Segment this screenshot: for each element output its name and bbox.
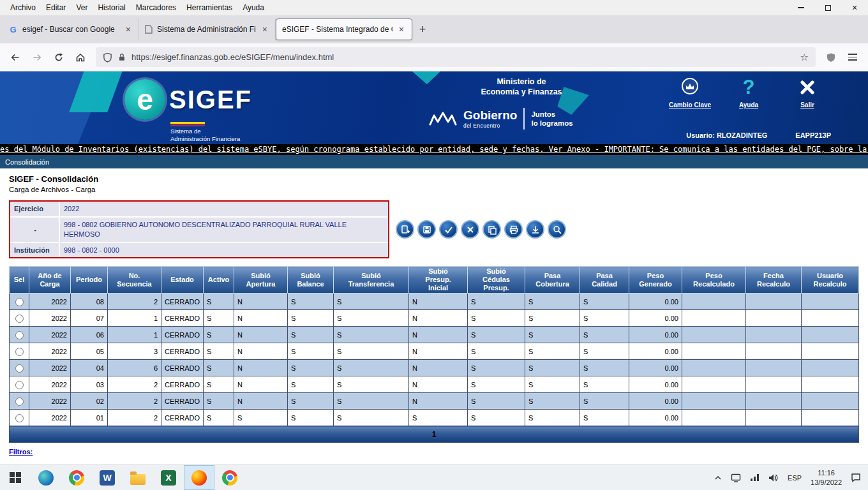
new-record-button[interactable] (396, 220, 414, 239)
table-cell: 2022 (29, 343, 71, 360)
tab-esigef-active[interactable]: eSIGEF - Sistema Integrado de Gesti × (276, 19, 412, 40)
table-cell: 2022 (29, 410, 71, 426)
table-cell: S (525, 310, 580, 327)
close-button[interactable]: × (841, 0, 868, 15)
menu-ver[interactable]: Ver (71, 3, 93, 12)
delete-icon (465, 225, 475, 235)
salir-label: Salir (800, 101, 814, 108)
salir-button[interactable]: Salir (786, 75, 828, 108)
network-icon (750, 473, 760, 482)
taskbar-app-explorer[interactable] (123, 465, 153, 490)
table-cell: S (204, 410, 234, 426)
table-cell (746, 343, 802, 360)
row-select-radio[interactable] (15, 315, 24, 323)
menu-archivo[interactable]: Archivo (5, 3, 41, 12)
param-row-institucion: Institución 998 - 0802 - 0000 (10, 243, 388, 258)
ministry-name: Ministerio de Economía y Finanzas (465, 77, 578, 98)
taskbar-app-chrome-2[interactable] (214, 465, 245, 490)
breadcrumb: Consolidación (0, 155, 868, 168)
breadcrumb-text: Consolidación (5, 158, 49, 166)
back-icon (10, 52, 20, 63)
print-button[interactable] (504, 220, 523, 239)
row-select-radio[interactable] (15, 381, 24, 389)
export-button[interactable] (526, 220, 544, 239)
header-actions: Cambio Clave ? Ayuda Salir (669, 75, 828, 108)
tray-display-button[interactable] (726, 465, 745, 490)
window-controls: × (788, 0, 868, 15)
menu-ayuda[interactable]: Ayuda (237, 3, 269, 12)
table-cell: S (580, 376, 629, 393)
forward-button[interactable] (27, 48, 47, 67)
col-header-estado: Estado (161, 267, 204, 293)
table-cell: S (204, 293, 234, 310)
menu-herramientas[interactable]: Herramientas (181, 3, 237, 12)
tab-close-icon[interactable]: × (124, 24, 133, 34)
row-select-cell (10, 327, 29, 343)
search-button[interactable] (548, 220, 566, 239)
news-marquee[interactable]: es del Módulo de Inventarios (existencia… (0, 144, 868, 155)
ayuda-button[interactable]: ? Ayuda (728, 75, 770, 108)
table-cell: 6 (108, 360, 161, 376)
row-select-radio[interactable] (15, 397, 24, 406)
minimize-button[interactable] (788, 0, 814, 15)
marquee-text[interactable]: es del Módulo de Inventarios (existencia… (0, 145, 868, 154)
start-button[interactable] (0, 465, 31, 490)
cambio-clave-button[interactable]: Cambio Clave (669, 75, 711, 108)
table-cell: 2022 (29, 293, 71, 310)
reload-button[interactable] (49, 48, 69, 67)
tray-volume-button[interactable] (764, 465, 783, 490)
col-header-activo: Activo (204, 267, 234, 293)
table-cell: 01 (71, 410, 108, 426)
bookmark-star-icon[interactable]: ☆ (800, 52, 809, 63)
question-icon: ? (743, 76, 755, 99)
keyboard-language-indicator[interactable]: ESP (783, 465, 806, 490)
maximize-button[interactable] (814, 0, 841, 15)
tray-expand-button[interactable] (710, 465, 726, 490)
taskbar-clock[interactable]: 11:16 13/9/2022 (806, 465, 846, 490)
row-select-cell (10, 343, 29, 360)
menu-marcadores[interactable]: Marcadores (131, 3, 181, 12)
tab-sistema-administracion[interactable]: Sistema de Administración Financie × (139, 19, 276, 40)
taskbar-app-firefox-active[interactable] (184, 465, 214, 490)
pagination-page-1[interactable]: 1 (10, 426, 859, 443)
action-center-button[interactable] (846, 465, 865, 490)
url-text[interactable]: https://esigef.finanzas.gob.ec/eSIGEF/me… (131, 52, 795, 62)
col-header-usuario-recalculo: Usuario Recalculo (802, 267, 859, 293)
taskbar-app-chrome[interactable] (61, 465, 92, 490)
table-cell: CERRADO (161, 393, 204, 410)
row-select-radio[interactable] (15, 364, 24, 373)
row-select-radio[interactable] (15, 414, 24, 422)
table-cell (682, 293, 746, 310)
row-select-radio[interactable] (15, 298, 24, 306)
table-cell: 2022 (29, 360, 71, 376)
app-menu-button[interactable] (842, 48, 863, 67)
table-cell: CERRADO (161, 376, 204, 393)
new-tab-button[interactable]: + (412, 20, 433, 39)
table-row: 2022046CERRADOSNSSNSSS0.00 (10, 360, 859, 376)
extensions-button[interactable] (821, 48, 841, 67)
validate-button[interactable] (439, 220, 458, 239)
copy-button[interactable] (483, 220, 501, 239)
tab-close-icon[interactable]: × (397, 24, 406, 34)
pagination-row: 1 (10, 426, 859, 443)
reload-icon (54, 52, 64, 63)
filters-link[interactable]: Filtros: (9, 448, 33, 456)
save-button[interactable] (417, 220, 436, 239)
row-select-radio[interactable] (15, 331, 24, 339)
menu-editar[interactable]: Editar (41, 3, 71, 12)
back-button[interactable] (5, 48, 26, 67)
taskbar-app-word[interactable]: W (92, 465, 123, 490)
hamburger-icon (848, 57, 857, 58)
url-bar[interactable]: https://esigef.finanzas.gob.ec/eSIGEF/me… (96, 47, 816, 67)
taskbar-app-edge[interactable] (31, 465, 61, 490)
home-button[interactable] (70, 48, 91, 67)
tab-google-search[interactable]: G esigef - Buscar con Google × (3, 19, 139, 40)
taskbar-app-excel[interactable]: X (153, 465, 184, 490)
tab-close-icon[interactable]: × (260, 24, 269, 34)
menu-historial[interactable]: Historial (93, 3, 130, 12)
tray-network-button[interactable] (745, 465, 764, 490)
table-cell: 07 (71, 310, 108, 327)
delete-button[interactable] (461, 220, 479, 239)
ecuador-flag-icon (170, 122, 205, 126)
row-select-radio[interactable] (15, 348, 24, 356)
